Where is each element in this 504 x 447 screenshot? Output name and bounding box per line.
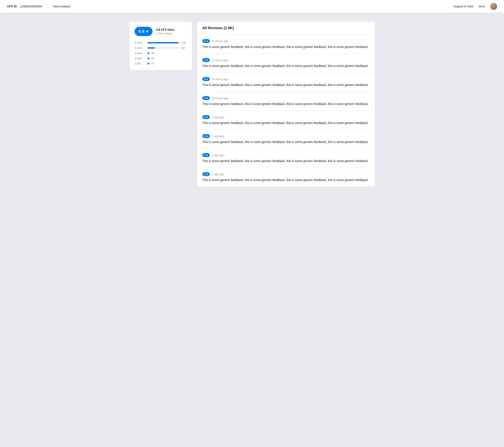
- review-time: 18 hours ago: [212, 97, 228, 100]
- review-meta: 3★1 day ago: [202, 115, 370, 119]
- review-stars-value: 4: [204, 59, 205, 61]
- review-item: 5★10 hours agoThis is some generic feedb…: [197, 35, 375, 54]
- star-bar-label: 3 stars: [135, 52, 145, 55]
- review-star-badge: 4★: [202, 134, 210, 138]
- rating-badge: 4.6 ★: [135, 27, 153, 36]
- review-text: This is some generic feedback, this is s…: [202, 64, 370, 68]
- star-bar-count: 302: [181, 46, 187, 50]
- star-bar-count: 47: [151, 62, 158, 65]
- review-time: 1 day ago: [212, 116, 224, 119]
- review-text: This is some generic feedback, this is s…: [202, 140, 370, 144]
- rating-star-icon: ★: [146, 29, 149, 34]
- star-bar-label: 1 star: [135, 62, 145, 65]
- docs-link[interactable]: Docs: [479, 5, 485, 8]
- review-badge-star-icon: ★: [206, 173, 208, 176]
- header-nav: Support & Tools Docs: [454, 3, 497, 10]
- view-analytics-link[interactable]: View Analytics: [53, 5, 71, 8]
- review-text: This is some generic feedback, this is s…: [202, 178, 370, 182]
- star-dot-indicator: [147, 63, 149, 64]
- review-meta: 5★18 hours ago: [202, 96, 370, 100]
- review-badge-star-icon: ★: [206, 154, 208, 156]
- review-item: 5★18 hours agoThis is some generic feedb…: [197, 92, 375, 111]
- star-bar-track: [147, 47, 179, 49]
- review-stars-value: 4: [204, 78, 205, 80]
- review-badge-star-icon: ★: [206, 40, 208, 42]
- star-bar-row: 3 stars98: [135, 52, 187, 55]
- review-meta: 5★10 hours ago: [202, 39, 370, 43]
- reviews-title: All Reviews (1.8K): [202, 26, 370, 30]
- star-bar-count: 1.3K: [181, 41, 187, 44]
- reviews-panel: All Reviews (1.8K) 5★10 hours agoThis is…: [197, 22, 375, 187]
- reviews-header: All Reviews (1.8K): [197, 22, 375, 35]
- star-bar-fill: [147, 47, 155, 49]
- review-stars-value: 3: [204, 116, 205, 118]
- star-bar-label: 4 stars: [135, 46, 145, 50]
- star-bar-row: 2 stars25: [135, 57, 187, 60]
- review-text: This is some generic feedback, this is s…: [202, 45, 370, 49]
- rating-top: 4.6 ★ 4.6 of 5 stars 1.8K reviews: [135, 27, 187, 36]
- review-time: 13 hours ago: [212, 58, 228, 62]
- review-badge-star-icon: ★: [206, 135, 208, 137]
- review-item: 2★1 day agoThis is some generic feedback…: [197, 168, 375, 187]
- review-item: 1★1 day agoThis is some generic feedback…: [197, 149, 375, 168]
- star-bar-row: 4 stars302: [135, 46, 187, 50]
- avatar-image: [490, 3, 497, 10]
- star-bar-fill: [147, 42, 179, 43]
- review-badge-star-icon: ★: [206, 59, 208, 61]
- review-meta: 4★14 hours ago: [202, 77, 370, 81]
- main-content: 4.6 ★ 4.6 of 5 stars 1.8K reviews 5 star…: [123, 13, 382, 195]
- star-bar-track: [147, 42, 179, 43]
- review-star-badge: 1★: [202, 153, 210, 157]
- review-stars-value: 2: [204, 173, 205, 176]
- rating-stars-text: 4.6 of 5 stars: [156, 28, 175, 31]
- review-item: 4★14 hours agoThis is some generic feedb…: [197, 73, 375, 92]
- review-meta: 1★1 day ago: [202, 153, 370, 157]
- app-header: APP ID 23489238550904 View Analytics Sup…: [0, 0, 504, 13]
- review-star-badge: 5★: [202, 96, 210, 100]
- review-stars-value: 4: [204, 135, 205, 137]
- rating-count-text: 1.8K reviews: [156, 32, 175, 35]
- review-time: 1 day ago: [212, 173, 224, 176]
- header-divider: [47, 4, 48, 9]
- review-star-badge: 2★: [202, 172, 210, 176]
- review-text: This is some generic feedback, this is s…: [202, 121, 370, 125]
- review-star-badge: 4★: [202, 77, 210, 81]
- review-item: 4★13 hours agoThis is some generic feedb…: [197, 54, 375, 73]
- star-bars: 5 stars1.3K4 stars3023 stars982 stars251…: [135, 41, 187, 65]
- review-badge-star-icon: ★: [206, 78, 208, 80]
- review-time: 1 day ago: [212, 135, 224, 138]
- review-badge-star-icon: ★: [206, 97, 208, 99]
- review-meta: 4★13 hours ago: [202, 58, 370, 62]
- star-bar-label: 2 stars: [135, 57, 145, 60]
- rating-summary: 4.6 of 5 stars 1.8K reviews: [156, 28, 175, 35]
- star-bar-count: 25: [151, 57, 158, 60]
- avatar[interactable]: [490, 3, 497, 10]
- review-item: 4★1 day agoThis is some generic feedback…: [197, 130, 375, 149]
- app-id-value: 23489238550904: [20, 5, 42, 8]
- review-stars-value: 5: [204, 97, 205, 99]
- header-left: APP ID 23489238550904 View Analytics: [7, 4, 454, 9]
- review-item: 3★1 day agoThis is some generic feedback…: [197, 111, 375, 130]
- review-meta: 4★1 day ago: [202, 134, 370, 138]
- review-stars-value: 1: [204, 154, 205, 156]
- star-bar-label: 5 stars: [135, 41, 145, 44]
- review-star-badge: 4★: [202, 58, 210, 62]
- star-dot-indicator: [147, 57, 149, 59]
- star-bar-count: 98: [151, 52, 158, 55]
- star-bar-row: 5 stars1.3K: [135, 41, 187, 44]
- review-badge-star-icon: ★: [206, 116, 208, 118]
- app-id-label: APP ID: [7, 5, 17, 8]
- review-text: This is some generic feedback, this is s…: [202, 102, 370, 106]
- rating-card: 4.6 ★ 4.6 of 5 stars 1.8K reviews 5 star…: [129, 22, 192, 70]
- review-text: This is some generic feedback, this is s…: [202, 83, 370, 87]
- reviews-list: 5★10 hours agoThis is some generic feedb…: [197, 35, 375, 187]
- review-time: 1 day ago: [212, 154, 224, 157]
- review-stars-value: 5: [204, 40, 205, 42]
- review-time: 14 hours ago: [212, 78, 228, 81]
- review-text: This is some generic feedback, this is s…: [202, 159, 370, 163]
- support-tools-link[interactable]: Support & Tools: [454, 5, 473, 8]
- star-dot-indicator: [147, 52, 149, 54]
- rating-score: 4.6: [139, 29, 144, 34]
- review-time: 10 hours ago: [212, 39, 228, 43]
- review-star-badge: 3★: [202, 115, 210, 119]
